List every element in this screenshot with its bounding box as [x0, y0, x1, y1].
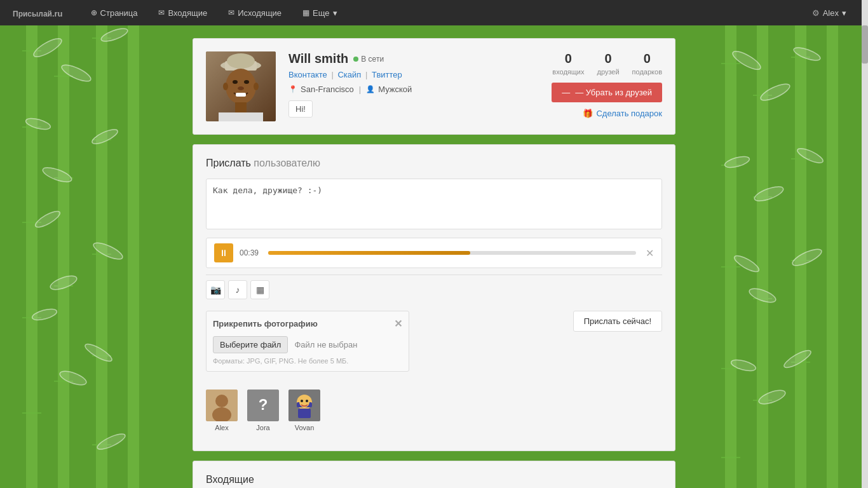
attach-video-button[interactable]: ▦	[250, 280, 269, 299]
navbar-right: ⚙ Alex ▾	[803, 3, 855, 23]
video-icon: ▦	[256, 285, 264, 295]
gender-icon: 👤	[366, 85, 375, 93]
stat-gifts: 0 подарков	[632, 51, 662, 76]
nav-more-label: Еще	[313, 8, 329, 18]
nav-inbox-label: Входящие	[168, 8, 207, 18]
profile-avatar	[206, 51, 276, 121]
svg-point-71	[223, 83, 228, 90]
skype-link[interactable]: Скайп	[337, 70, 361, 79]
remove-friend-button[interactable]: — — Убрать из друзей	[552, 83, 662, 102]
stats-row: 0 входящих 0 друзей 0 подарков	[552, 51, 662, 76]
more-arrow-icon: ▾	[333, 8, 337, 18]
svg-point-68	[244, 80, 249, 84]
nav-user-label: Alex	[823, 8, 839, 18]
recipient-alex-name: Alex	[215, 424, 228, 431]
svg-point-72	[254, 83, 259, 90]
recipient-vovan-avatar	[288, 390, 320, 421]
recipient-alex-avatar	[206, 390, 238, 421]
message-input[interactable]: Как дела, дружище? :-)	[206, 179, 662, 229]
recipient-vovan[interactable]: Vovan	[288, 390, 320, 431]
remove-friend-label: — Убрать из друзей	[575, 88, 652, 97]
attach-photo-popup: Прикрепить фотографию ✕ Выберите файл Фа…	[206, 311, 409, 372]
svg-point-70	[238, 86, 244, 90]
brand-text: Присылай	[13, 10, 52, 18]
camera-icon: 📷	[210, 285, 221, 295]
content-area: Will smith В сети Вконтакте | Скайп | Тв…	[193, 38, 675, 488]
profile-status-text: Hi!	[295, 104, 306, 114]
more-icon: ▦	[302, 8, 309, 17]
page-icon: ⊕	[91, 8, 97, 17]
attach-popup-close-button[interactable]: ✕	[394, 318, 402, 330]
navbar: Присылай.ru ⊕ Страница ✉ Входящие ✉ Исхо…	[0, 0, 868, 25]
scrollbar-thumb[interactable]	[862, 25, 868, 64]
choose-file-label: Выберите файл	[220, 340, 281, 349]
online-badge: В сети	[353, 55, 384, 64]
recipients-row: Alex ? Jora	[206, 383, 409, 438]
gear-icon: ⚙	[812, 8, 820, 18]
inbox-icon: ✉	[158, 8, 165, 17]
recipient-vovan-name: Vovan	[295, 424, 315, 431]
svg-rect-86	[298, 409, 311, 418]
main-wrapper: Will smith В сети Вконтакте | Скайп | Тв…	[0, 25, 868, 488]
stat-friends-label: друзей	[597, 68, 620, 76]
nav-page-label: Страница	[100, 8, 138, 18]
profile-name: Will smith	[288, 51, 348, 66]
nav-inbox[interactable]: ✉ Входящие	[149, 3, 216, 23]
nav-more[interactable]: ▦ Еще ▾	[294, 3, 346, 23]
choose-file-button[interactable]: Выберите файл	[213, 336, 288, 353]
location-icon: 📍	[288, 85, 297, 93]
profile-meta: 📍 San-Francisco | 👤 Мужской	[288, 85, 552, 94]
profile-location: San-Francisco	[301, 85, 354, 94]
stat-friends: 0 друзей	[597, 51, 620, 76]
audio-close-button[interactable]: ✕	[646, 247, 654, 259]
svg-point-85	[306, 400, 308, 402]
toolbar: 📷 ♪ ▦	[206, 274, 662, 304]
nav-outbox[interactable]: ✉ Исходящие	[219, 3, 290, 23]
outbox-icon: ✉	[228, 8, 234, 17]
profile-info: Will smith В сети Вконтакте | Скайп | Тв…	[288, 51, 552, 118]
send-title: Прислать пользователю	[206, 158, 662, 169]
svg-rect-74	[219, 112, 263, 121]
attach-photo-button[interactable]: 📷	[206, 280, 225, 299]
svg-point-67	[233, 80, 238, 84]
profile-card: Will smith В сети Вконтакте | Скайп | Тв…	[193, 38, 675, 135]
nav-items: ⊕ Страница ✉ Входящие ✉ Исходящие ▦ Еще …	[82, 3, 803, 23]
inbox-title: Входящие	[206, 474, 662, 485]
inbox-section: Входящие Входящих пока нет.	[193, 461, 675, 488]
no-file-text: Файл не выбран	[294, 340, 357, 349]
attach-music-button[interactable]: ♪	[228, 280, 247, 299]
nav-outbox-label: Исходящие	[238, 8, 281, 18]
recipient-jora[interactable]: ? Jora	[247, 390, 279, 431]
pause-button[interactable]: ⏸	[214, 243, 233, 262]
send-title-main: Прислать	[206, 158, 251, 168]
profile-stats: 0 входящих 0 друзей 0 подарков — — Убрат…	[552, 51, 662, 118]
recipient-jora-avatar: ?	[247, 390, 279, 421]
nav-user[interactable]: ⚙ Alex ▾	[803, 3, 855, 23]
file-input-row: Выберите файл Файл не выбран	[213, 336, 402, 353]
svg-text:?: ?	[259, 396, 268, 413]
twitter-link[interactable]: Твиттер	[372, 70, 402, 79]
inbox-title-text: Входящие	[206, 474, 254, 485]
scrollbar[interactable]	[862, 0, 868, 488]
audio-time: 00:39	[240, 248, 262, 257]
attach-popup-title: Прикрепить фотографию	[213, 319, 318, 329]
svg-point-76	[215, 395, 228, 407]
gift-icon: 🎁	[583, 109, 593, 118]
vk-link[interactable]: Вконтакте	[288, 70, 327, 79]
stat-gifts-label: подарков	[632, 68, 662, 76]
svg-point-65	[227, 53, 255, 69]
stat-incoming-label: входящих	[552, 68, 584, 76]
nav-page[interactable]: ⊕ Страница	[82, 3, 147, 23]
svg-rect-69	[236, 93, 246, 97]
gift-button[interactable]: 🎁 Сделать подарок	[583, 109, 662, 118]
recipient-alex[interactable]: Alex	[206, 390, 238, 431]
audio-progress-bar[interactable]	[268, 251, 636, 255]
attach-popup-header: Прикрепить фотографию ✕	[213, 318, 402, 330]
audio-player: ⏸ 00:39 ✕	[206, 238, 662, 268]
online-label: В сети	[361, 55, 384, 64]
music-icon: ♪	[236, 285, 240, 295]
recipient-jora-name: Jora	[256, 424, 269, 431]
profile-status: Hi!	[288, 100, 313, 118]
brand: Присылай.ru	[13, 6, 63, 20]
send-now-button[interactable]: Прислать сейчас!	[573, 311, 662, 332]
